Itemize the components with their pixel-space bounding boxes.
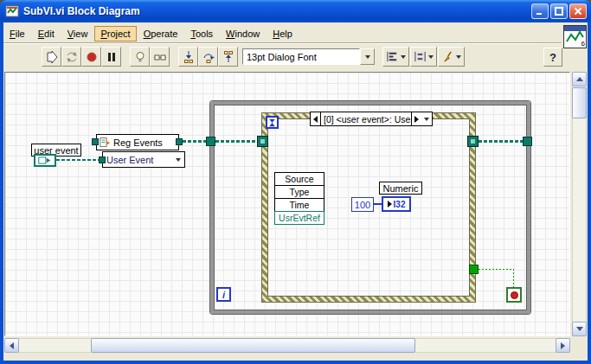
chevron-left-icon [313,116,318,123]
numeric-constant[interactable]: 100 [351,197,374,212]
step-over-button[interactable] [198,47,218,67]
pause-button[interactable] [101,47,121,67]
previous-event-arrow[interactable] [311,112,320,125]
help-button[interactable]: ? [543,48,562,67]
register-for-events-node[interactable]: Reg Events [96,134,179,150]
loop-tunnel-left[interactable] [206,137,215,146]
dynamic-event-terminal-right[interactable] [467,136,479,147]
vi-icon-badge: 6 [581,41,585,48]
help-label: ? [549,51,556,64]
reg-events-title: Reg Events [113,137,163,148]
chevron-down-icon [401,55,406,59]
clean-up-diagram-button[interactable] [438,47,465,67]
event-data-item[interactable]: Source [274,172,324,186]
event-selector-label[interactable]: [0] <user event>: User E [320,112,412,125]
event-reg-refnum-wire[interactable] [479,140,528,143]
event-structure-boolean-tunnel[interactable] [469,265,479,274]
event-data-node[interactable]: Source Type Time UsrEvtRef [274,173,324,225]
event-source-input-terminal[interactable] [99,156,106,163]
chevron-down-icon [424,118,429,121]
font-selector[interactable]: 13pt Dialog Font [242,48,360,65]
timeout-terminal[interactable] [266,116,279,129]
highlight-execution-icon [133,50,147,64]
distribute-objects-button[interactable] [410,47,437,67]
next-event-arrow[interactable] [412,112,421,125]
pause-icon [105,50,119,64]
user-event-refnum-terminal[interactable] [34,154,56,167]
reg-events-input-terminal[interactable] [92,138,99,145]
minimize-button[interactable] [531,3,549,19]
close-icon [573,6,583,16]
chevron-down-icon [365,55,370,59]
abort-button[interactable] [81,47,101,67]
font-selector-value: 13pt Dialog Font [247,52,317,62]
step-out-icon [222,50,235,64]
align-objects-button[interactable] [382,47,409,67]
arrow-down-icon [576,327,583,331]
retain-wire-values-icon [153,50,167,64]
numeric-indicator-terminal[interactable]: I32 [382,196,411,212]
chevron-down-icon [428,55,434,59]
menu-tools[interactable]: Tools [184,26,219,42]
arrow-left-icon [10,342,14,349]
refnum-glyph-icon [37,156,53,164]
scrollbar-corner [572,338,587,353]
menu-operate[interactable]: Operate [138,26,184,42]
event-source-value: User Event [106,155,153,165]
menu-project[interactable]: Project [94,26,136,42]
boolean-wire[interactable] [513,269,514,287]
type-label: I32 [394,200,406,209]
scroll-right-button[interactable] [556,338,570,353]
indicator-arrow-icon [388,201,392,208]
user-event-refnum-wire[interactable] [56,159,99,161]
dynamic-event-terminal-left[interactable] [257,136,268,147]
event-reg-refnum-wire[interactable] [215,140,262,143]
vertical-scrollbar-thumb[interactable] [572,87,587,118]
reg-events-icon [100,137,111,148]
run-continuous-button[interactable] [61,47,81,67]
font-selector-dropdown-button[interactable] [360,48,375,65]
run-continuous-icon [65,50,79,64]
menu-help[interactable]: Help [267,26,299,42]
close-button[interactable] [569,3,587,19]
scroll-up-button[interactable] [572,72,587,86]
step-out-button[interactable] [218,47,238,67]
retain-wire-values-button[interactable] [150,47,170,67]
numeric-indicator-label[interactable]: Numeric [379,182,422,195]
window-icon [5,4,19,18]
horizontal-scrollbar-thumb[interactable] [91,338,415,353]
chevron-down-icon [456,55,461,59]
highlight-execution-button[interactable] [130,47,150,67]
event-data-item[interactable]: Time [274,198,324,212]
menu-bar: File Edit View Project Operate Tools Win… [3,24,299,42]
run-icon [45,50,59,64]
menu-window[interactable]: Window [220,26,266,42]
loop-iteration-terminal[interactable]: i [216,287,231,302]
window-title: SubVI.vi Block Diagram [23,5,140,17]
stop-sign-icon [511,291,518,299]
maximize-button[interactable] [550,3,568,19]
toolbar-separator [3,42,562,44]
reg-events-output-terminal[interactable] [176,138,183,145]
arrow-up-icon [576,77,583,81]
scroll-left-button[interactable] [4,338,19,353]
vi-icon[interactable]: 6 [563,25,587,48]
title-bar[interactable]: SubVI.vi Block Diagram [0,0,591,22]
loop-condition-terminal[interactable] [506,287,522,303]
loop-tunnel-right[interactable] [523,137,532,146]
menu-edit[interactable]: Edit [32,26,61,42]
event-list-dropdown[interactable] [421,112,432,125]
run-button[interactable] [42,47,61,67]
menu-view[interactable]: View [61,26,94,42]
abort-icon [85,50,99,64]
scroll-down-button[interactable] [572,322,587,336]
step-into-button[interactable] [178,47,198,67]
event-source-selector[interactable]: User Event [102,151,185,168]
menu-file[interactable]: File [3,26,31,42]
event-selector-header[interactable]: [0] <user event>: User E [310,112,433,126]
event-data-item[interactable]: Type [274,185,324,199]
event-data-item-refnum[interactable]: UsrEvtRef [274,211,324,225]
chevron-down-icon [176,158,181,162]
distribute-objects-icon [414,50,427,63]
boolean-wire[interactable] [479,269,514,270]
